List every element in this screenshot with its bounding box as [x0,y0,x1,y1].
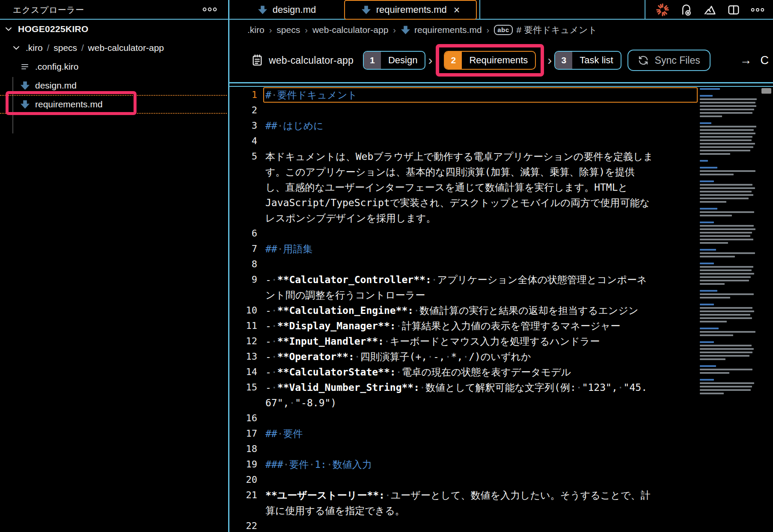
code-line[interactable]: 4 [229,133,699,149]
breadcrumb-item-4[interactable]: requirements.md [401,25,482,35]
code-text: -·**Valid_Number_String**:·数値として解釈可能な文字列… [257,380,647,395]
code-line[interactable]: 12-·**Input_Handler**:·キーボードとマウス入力を処理するハ… [229,334,699,349]
line-number: 3 [229,118,257,133]
code-line[interactable]: ント間の調整を行うコントローラー [229,287,699,303]
line-number: 13 [229,349,257,364]
code-text: ##·要件 [257,426,303,441]
code-line[interactable]: 14-·**CalculatorState**:·電卓の現在の状態を表すデータモ… [229,364,699,380]
chevron-right-icon: › [425,54,435,67]
chat-truncated-label: C [761,54,769,67]
vertical-scrollbar[interactable] [760,87,773,532]
file-name-label: design.md [35,80,77,91]
code-text: 算に使用する値を指定できる。 [257,503,405,518]
code-line[interactable]: 8 [229,257,699,272]
split-editor-icon[interactable] [727,3,740,16]
code-line[interactable]: 6 [229,226,699,241]
code-text: -·**Operator**:·四則演算子(+,·-,·*,·/)のいずれか [257,349,531,364]
line-number: 11 [229,318,257,334]
spec-toolbar: web-calculator-app 1Design›2Requirements… [229,40,773,80]
step-button-requirements[interactable]: 2Requirements [444,51,536,70]
minimap[interactable] [699,87,760,532]
breadcrumb-item-5[interactable]: abc# 要件ドキュメント [494,24,597,36]
code-text: -·**Calculation_Engine**:·数値計算の実行と結果の返却を… [257,303,638,318]
markdown-arrow-icon [401,25,410,35]
code-text: ###·要件·1:·数値入力 [257,457,372,472]
breadcrumb-item-2[interactable]: specs [276,25,300,35]
breadcrumb-separator: › [305,25,308,35]
line-number: 12 [229,334,257,349]
code-editor[interactable]: 1#·要件ドキュメント23##·はじめに45本ドキュメントは、Webブラウザ上で… [229,87,699,532]
kiro-editor-window: HOGE0225KIRO .kiro / specs / web-calcula… [0,0,773,532]
code-text: し、直感的なユーザーインターフェースを通じて数値計算を実行します。HTMLと [257,180,628,195]
step-button-design[interactable]: 1Design [363,51,425,70]
breadcrumb-separator: › [393,25,396,35]
spec-name-label: web-calculator-app [269,55,354,66]
chat-link[interactable]: → C [740,53,773,67]
tree-folder-kiro-specs-web-calculator-app[interactable]: .kiro / specs / web-calculator-app [0,38,227,57]
tree-file-requirements-md[interactable]: requirements.md [0,95,227,114]
tab-requirements-md[interactable]: requirements.md× [344,0,477,20]
code-line[interactable]: 10-·**Calculation_Engine**:·数値計算の実行と結果の返… [229,303,699,318]
breadcrumb-item-3[interactable]: web-calculator-app [312,25,388,35]
editor-actions [645,0,773,20]
code-line[interactable]: す。このアプリケーションは、基本的な四則演算(加算、減算、乗算、除算)を提供 [229,164,699,180]
close-icon[interactable]: × [454,5,460,15]
step-button-task-list[interactable]: 3Task list [554,51,621,70]
code-line[interactable]: 9-·**Calculator_Controller**:·アプリケーション全体… [229,272,699,287]
code-line[interactable]: 67",·"-8.9") [229,395,699,411]
breadcrumb-separator: › [269,25,272,35]
code-text: #·要件ドキュメント [257,87,357,103]
kiro-logo-icon[interactable] [656,3,669,17]
editor-area: .kiro›specs›web-calculator-app›requireme… [229,21,773,532]
code-line[interactable]: 5本ドキュメントは、Webブラウザ上で動作する電卓アプリケーションの要件を定義し… [229,149,699,164]
code-line[interactable]: 1#·要件ドキュメント [229,87,699,103]
code-line[interactable]: 3##·はじめに [229,118,699,133]
line-number: 8 [229,257,257,272]
code-line[interactable]: 21**ユーザーストーリー**:·ユーザーとして、数値を入力したい。そうすること… [229,488,699,503]
tab-design-md[interactable]: design.md [229,0,344,20]
code-line[interactable]: 算に使用する値を指定できる。 [229,503,699,518]
diff-mountains-icon[interactable] [704,3,717,16]
sync-icon [638,55,649,66]
line-number: 6 [229,226,257,241]
code-line[interactable]: 11-·**Display_Manager**:·計算結果と入力値の表示を管理す… [229,318,699,334]
code-line[interactable]: 20 [229,472,699,488]
line-number: 18 [229,441,257,457]
pointer-capture-icon[interactable] [680,3,693,16]
code-line[interactable]: 2 [229,103,699,118]
markdown-arrow-icon [258,5,268,15]
code-viewport: 1#·要件ドキュメント23##·はじめに45本ドキュメントは、Webブラウザ上で… [229,87,773,532]
step-number-badge: 2 [445,52,462,69]
breadcrumb-label: .kiro [247,25,265,35]
line-number: 2 [229,103,257,118]
scrollbar-thumb[interactable] [761,88,771,94]
code-line[interactable]: 22 [229,518,699,532]
more-icon[interactable] [751,7,764,12]
code-line[interactable]: 19###·要件·1:·数値入力 [229,457,699,472]
code-line[interactable]: 16 [229,411,699,426]
code-text: ##·はじめに [257,118,324,133]
code-text: レスポンシブデザインを採用します。 [257,210,436,226]
line-number: 9 [229,272,257,287]
code-line[interactable]: 17##·要件 [229,426,699,441]
code-line[interactable]: JavaScript/TypeScriptで実装され、デスクトップとモバイルの両… [229,195,699,210]
line-number: 7 [229,241,257,257]
code-text: ント間の調整を行うコントローラー [257,287,425,303]
line-number: 4 [229,133,257,149]
sync-files-button[interactable]: Sync Files [627,50,711,71]
breadcrumb-label: # 要件ドキュメント [517,24,597,36]
code-line[interactable]: し、直感的なユーザーインターフェースを通じて数値計算を実行します。HTMLと [229,180,699,195]
code-text: -·**Calculator_Controller**:·アプリケーション全体の… [257,272,647,287]
code-line[interactable]: レスポンシブデザインを採用します。 [229,210,699,226]
breadcrumb: .kiro›specs›web-calculator-app›requireme… [229,21,773,39]
code-line[interactable]: 18 [229,441,699,457]
explorer-more-button[interactable] [201,3,218,16]
tree-file--config-kiro[interactable]: .config.kiro [0,57,227,76]
code-text: -·**Display_Manager**:·計算結果と入力値の表示を管理するマ… [257,318,620,334]
code-line[interactable]: 15-·**Valid_Number_String**:·数値として解釈可能な文… [229,380,699,395]
tree-root-hoge0225kiro[interactable]: HOGE0225KIRO [0,20,227,38]
code-line[interactable]: 13-·**Operator**:·四則演算子(+,·-,·*,·/)のいずれか [229,349,699,364]
breadcrumb-item-1[interactable]: .kiro [247,25,265,35]
code-line[interactable]: 7##·用語集 [229,241,699,257]
tree-file-design-md[interactable]: design.md [0,76,227,95]
